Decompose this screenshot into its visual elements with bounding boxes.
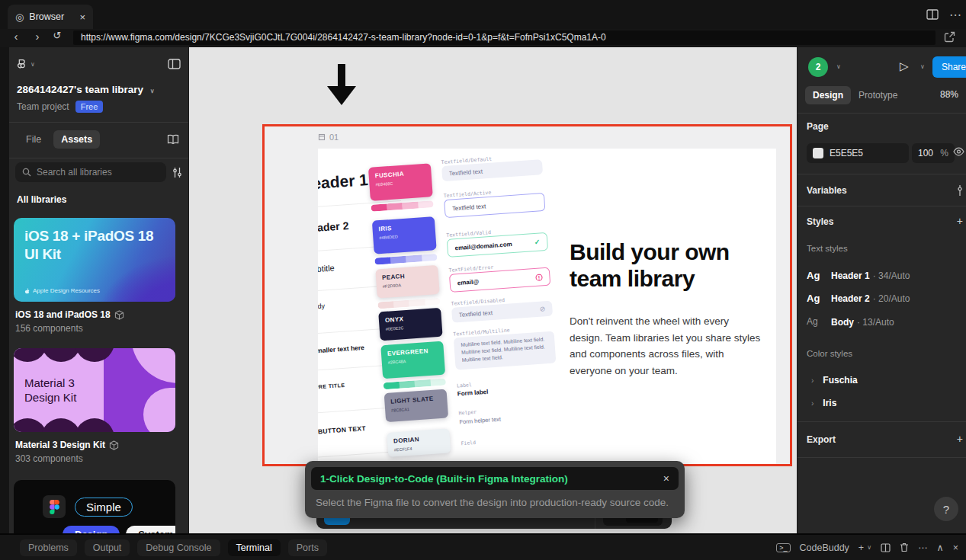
more-actions-icon[interactable]: ⋯ xyxy=(949,8,961,22)
share-button[interactable]: Share xyxy=(932,56,966,78)
toast-close-icon[interactable]: × xyxy=(663,472,669,485)
styles-section-label: Styles xyxy=(807,216,833,227)
panel-tab-debug-console[interactable]: Debug Console xyxy=(137,539,220,556)
figma-logo-icon[interactable] xyxy=(15,59,27,70)
page-opacity-input[interactable]: 100 % xyxy=(912,143,955,163)
page-color-swatch[interactable] xyxy=(813,148,823,158)
present-play-icon[interactable]: ▷ xyxy=(900,59,909,73)
split-editor-icon[interactable] xyxy=(926,9,939,20)
textfield-multiline: Multiline text field. Multiline text fie… xyxy=(454,331,557,370)
frame-icon xyxy=(318,133,326,141)
library-card-simple[interactable]: Simple Design System xyxy=(14,480,175,533)
search-input[interactable] xyxy=(15,162,166,182)
forward-icon[interactable]: › xyxy=(30,30,44,43)
ios-card-byline: Apple Design Resources xyxy=(33,287,100,294)
design-to-code-toast: 1-Click Design-to-Code (Built-in Figma I… xyxy=(305,461,685,518)
panel-tab-output[interactable]: Output xyxy=(85,539,130,556)
hero-copy: Build your ownteam library Don't reinven… xyxy=(570,238,765,379)
tint-strip xyxy=(371,200,433,212)
page-visibility-eye-icon[interactable] xyxy=(953,147,964,156)
disabled-icon: ⊘ xyxy=(540,305,546,313)
form-label-sample: Form label xyxy=(457,389,489,398)
style-sample-pretitle: PRE TITLE xyxy=(318,382,345,390)
collaborators-chevron-icon[interactable]: ∨ xyxy=(836,63,841,70)
style-sample-body: Body xyxy=(318,302,325,310)
open-external-icon[interactable] xyxy=(944,31,955,43)
more-icon[interactable]: ⋯ xyxy=(918,542,928,553)
divider xyxy=(798,206,966,206)
tab-prototype[interactable]: Prototype xyxy=(851,86,905,104)
text-style-header2-row[interactable]: Ag Header 2· 20/Auto xyxy=(807,290,963,306)
page-color-input[interactable]: E5E5E5 xyxy=(807,143,909,163)
main-menu-chevron-icon[interactable]: ∨ xyxy=(30,61,35,68)
text-styles-label: Text styles xyxy=(807,244,848,253)
panel-tab-ports[interactable]: Ports xyxy=(288,539,327,556)
browser-titlebar: ◎ Browser × ⋯ xyxy=(0,0,966,29)
library-cube-icon xyxy=(109,440,119,450)
divider xyxy=(798,113,966,114)
add-export-icon[interactable]: + xyxy=(957,433,963,445)
url-bar[interactable]: https://www.figma.com/design/7KCGe3SvjiG… xyxy=(73,30,936,45)
tab-file[interactable]: File xyxy=(18,130,49,149)
simple-badge: Simple xyxy=(75,498,133,517)
text-style-header1-row[interactable]: Ag Header 1· 34/Auto xyxy=(807,267,963,283)
tint-strip xyxy=(374,254,437,265)
hero-title: Build your ownteam library xyxy=(570,238,765,292)
present-chevron-icon[interactable]: ∨ xyxy=(920,63,925,70)
chevron-right-icon[interactable]: › xyxy=(811,376,814,385)
library-name: iOS 18 and iPadOS 18 xyxy=(15,309,111,320)
add-style-icon[interactable]: + xyxy=(957,215,963,227)
panel-tab-terminal[interactable]: Terminal xyxy=(228,539,281,556)
tab-close-icon[interactable]: × xyxy=(79,11,85,23)
split-terminal-icon[interactable] xyxy=(881,543,891,552)
tab-assets[interactable]: Assets xyxy=(53,130,100,149)
divider xyxy=(9,122,188,123)
color-chip-evergreen: EVERGREEN#2BC48A xyxy=(380,341,446,390)
plan-badge: Free xyxy=(75,101,104,113)
help-button[interactable]: ? xyxy=(934,497,958,521)
library-book-icon[interactable] xyxy=(167,134,179,145)
codebuddy-label[interactable]: CodeBuddy xyxy=(800,542,849,553)
zoom-level-control[interactable]: 88% xyxy=(940,89,958,100)
color-style-iris-row[interactable]: › Iris xyxy=(811,395,836,411)
search-field[interactable] xyxy=(37,167,159,178)
library-card-material3[interactable]: Material 3Design Kit xyxy=(14,348,175,432)
filter-icon[interactable] xyxy=(172,167,182,178)
selected-frame-01[interactable]: 01 Header 1 Header 2 Subtitle Body xyxy=(262,124,792,466)
figma-inspector-panel: 2 ∨ ▷ ∨ Share Design Prototype 88% Page … xyxy=(797,47,966,533)
toast-title: 1-Click Design-to-Code (Built-in Figma I… xyxy=(320,473,568,485)
style-sample-header1: Header 1 xyxy=(318,171,369,194)
collaborators-avatar[interactable]: 2 xyxy=(808,57,828,77)
system-pill: System xyxy=(126,526,175,533)
tab-design[interactable]: Design xyxy=(805,86,851,104)
library-count: 156 components xyxy=(15,323,83,334)
text-style-body-row[interactable]: Ag Body· 13/Auto xyxy=(807,313,963,330)
collapse-sidebar-icon[interactable] xyxy=(168,59,181,69)
new-terminal-icon[interactable]: + ∨ xyxy=(858,542,871,553)
reload-icon[interactable]: ↺ xyxy=(50,30,64,41)
variables-settings-icon[interactable] xyxy=(955,185,964,196)
search-icon xyxy=(22,168,31,177)
file-title-dropdown[interactable]: 2864142427's team library ∨ xyxy=(17,84,155,95)
url-text: https://www.figma.com/design/7KCGe3SvjiG… xyxy=(81,32,606,43)
maximize-panel-icon[interactable]: ∧ xyxy=(937,542,944,553)
error-icon: ! xyxy=(535,274,543,281)
library-count: 303 components xyxy=(15,453,83,464)
chevron-right-icon[interactable]: › xyxy=(811,399,814,408)
divider xyxy=(798,174,966,174)
close-panel-icon[interactable]: × xyxy=(953,542,958,553)
panel-tab-problems[interactable]: Problems xyxy=(20,539,77,556)
library-card-ios18[interactable]: iOS 18 + iPadOS 18UI Kit Apple Design Re… xyxy=(14,218,175,302)
divider xyxy=(798,421,966,422)
check-icon: ✓ xyxy=(534,238,540,246)
figma-left-sidebar: ∨ 2864142427's team library ∨ Team proje… xyxy=(9,47,189,533)
browser-tab[interactable]: ◎ Browser × xyxy=(8,5,93,29)
trash-icon[interactable] xyxy=(900,542,909,552)
tint-strip xyxy=(384,379,446,390)
back-icon[interactable]: ‹ xyxy=(9,30,23,43)
textfield-samples: Textfield/Default Textfield text Textfie… xyxy=(441,149,543,150)
frame-label[interactable]: 01 xyxy=(318,133,339,142)
figma-canvas[interactable]: 01 Header 1 Header 2 Subtitle Body xyxy=(189,47,797,533)
app-window: ◎ Browser × ⋯ ‹ › ↺ https://www.figma.co… xyxy=(0,0,966,560)
color-style-fuschia-row[interactable]: › Fuschia xyxy=(811,373,858,388)
